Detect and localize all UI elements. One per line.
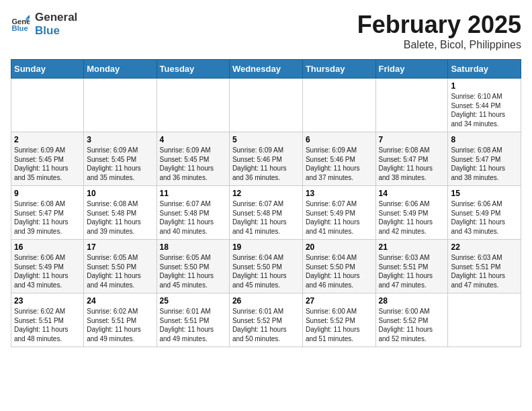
day-header-saturday: Saturday — [448, 60, 521, 79]
day-number: 1 — [451, 81, 518, 91]
day-info: Sunrise: 6:09 AMSunset: 5:46 PMDaylight:… — [306, 146, 373, 182]
day-header-wednesday: Wednesday — [229, 60, 302, 79]
calendar-cell: 20Sunrise: 6:04 AMSunset: 5:50 PMDayligh… — [302, 240, 375, 293]
day-number: 15 — [451, 189, 518, 198]
day-number: 14 — [379, 189, 445, 198]
calendar-cell: 23Sunrise: 6:02 AMSunset: 5:51 PMDayligh… — [11, 293, 84, 347]
day-info: Sunrise: 6:07 AMSunset: 5:48 PMDaylight:… — [232, 199, 300, 236]
calendar-cell: 28Sunrise: 6:00 AMSunset: 5:52 PMDayligh… — [375, 293, 448, 347]
day-info: Sunrise: 6:08 AMSunset: 5:47 PMDaylight:… — [451, 146, 518, 182]
day-info: Sunrise: 6:04 AMSunset: 5:50 PMDaylight:… — [232, 253, 300, 289]
calendar-cell: 26Sunrise: 6:01 AMSunset: 5:52 PMDayligh… — [229, 293, 302, 347]
day-number: 26 — [232, 296, 300, 306]
calendar-cell: 9Sunrise: 6:08 AMSunset: 5:47 PMDaylight… — [11, 186, 84, 240]
day-info: Sunrise: 6:05 AMSunset: 5:50 PMDaylight:… — [160, 253, 226, 289]
svg-marker-2 — [26, 15, 30, 19]
day-number: 25 — [160, 296, 226, 306]
day-number: 8 — [451, 135, 518, 144]
day-number: 11 — [160, 189, 226, 198]
day-number: 17 — [87, 242, 153, 252]
calendar-cell — [448, 293, 521, 347]
calendar-cell: 1Sunrise: 6:10 AMSunset: 5:44 PMDaylight… — [448, 79, 521, 132]
calendar-header-row: SundayMondayTuesdayWednesdayThursdayFrid… — [11, 60, 521, 79]
calendar-cell: 18Sunrise: 6:05 AMSunset: 5:50 PMDayligh… — [157, 240, 229, 293]
day-number: 24 — [87, 296, 153, 306]
logo-icon: General Blue — [11, 15, 30, 34]
calendar-cell: 19Sunrise: 6:04 AMSunset: 5:50 PMDayligh… — [229, 240, 302, 293]
day-number: 21 — [379, 242, 445, 252]
calendar-cell: 10Sunrise: 6:08 AMSunset: 5:48 PMDayligh… — [84, 186, 157, 240]
calendar-cell: 17Sunrise: 6:05 AMSunset: 5:50 PMDayligh… — [84, 240, 157, 293]
day-info: Sunrise: 6:10 AMSunset: 5:44 PMDaylight:… — [451, 92, 518, 128]
calendar-cell: 22Sunrise: 6:03 AMSunset: 5:51 PMDayligh… — [448, 240, 521, 293]
calendar-cell: 21Sunrise: 6:03 AMSunset: 5:51 PMDayligh… — [375, 240, 448, 293]
calendar-cell: 13Sunrise: 6:07 AMSunset: 5:49 PMDayligh… — [302, 186, 375, 240]
day-info: Sunrise: 6:04 AMSunset: 5:50 PMDaylight:… — [306, 253, 373, 289]
day-info: Sunrise: 6:00 AMSunset: 5:52 PMDaylight:… — [306, 307, 373, 343]
day-info: Sunrise: 6:07 AMSunset: 5:48 PMDaylight:… — [160, 199, 226, 236]
logo-line2: Blue — [35, 24, 77, 38]
calendar-week-row: 23Sunrise: 6:02 AMSunset: 5:51 PMDayligh… — [11, 293, 521, 347]
day-number: 6 — [306, 135, 373, 144]
day-header-friday: Friday — [375, 60, 448, 79]
day-number: 22 — [451, 242, 518, 252]
day-number: 5 — [232, 135, 300, 144]
svg-text:Blue: Blue — [11, 24, 28, 32]
calendar-cell: 25Sunrise: 6:01 AMSunset: 5:51 PMDayligh… — [157, 293, 229, 347]
calendar-cell: 24Sunrise: 6:02 AMSunset: 5:51 PMDayligh… — [84, 293, 157, 347]
day-number: 2 — [14, 135, 81, 144]
day-info: Sunrise: 6:08 AMSunset: 5:47 PMDaylight:… — [379, 146, 445, 182]
day-info: Sunrise: 6:03 AMSunset: 5:51 PMDaylight:… — [451, 253, 518, 289]
day-number: 19 — [232, 242, 300, 252]
calendar-week-row: 16Sunrise: 6:06 AMSunset: 5:49 PMDayligh… — [11, 240, 521, 293]
calendar-cell: 8Sunrise: 6:08 AMSunset: 5:47 PMDaylight… — [448, 132, 521, 186]
calendar-cell: 15Sunrise: 6:06 AMSunset: 5:49 PMDayligh… — [448, 186, 521, 240]
calendar-subtitle: Balete, Bicol, Philippines — [357, 39, 521, 51]
calendar-title: February 2025 — [357, 11, 521, 39]
day-number: 10 — [87, 189, 153, 198]
logo: General Blue General Blue — [11, 11, 77, 38]
day-info: Sunrise: 6:09 AMSunset: 5:45 PMDaylight:… — [14, 146, 81, 182]
day-number: 28 — [379, 296, 445, 306]
day-info: Sunrise: 6:02 AMSunset: 5:51 PMDaylight:… — [87, 307, 153, 343]
calendar-cell — [229, 79, 302, 132]
calendar-week-row: 2Sunrise: 6:09 AMSunset: 5:45 PMDaylight… — [11, 132, 521, 186]
day-number: 23 — [14, 296, 81, 306]
day-info: Sunrise: 6:07 AMSunset: 5:49 PMDaylight:… — [306, 199, 373, 236]
day-header-tuesday: Tuesday — [157, 60, 229, 79]
day-info: Sunrise: 6:09 AMSunset: 5:45 PMDaylight:… — [160, 146, 226, 182]
day-info: Sunrise: 6:06 AMSunset: 5:49 PMDaylight:… — [379, 199, 445, 236]
day-info: Sunrise: 6:09 AMSunset: 5:46 PMDaylight:… — [232, 146, 300, 182]
day-header-sunday: Sunday — [11, 60, 84, 79]
calendar-cell: 3Sunrise: 6:09 AMSunset: 5:45 PMDaylight… — [84, 132, 157, 186]
day-info: Sunrise: 6:06 AMSunset: 5:49 PMDaylight:… — [451, 199, 518, 236]
day-info: Sunrise: 6:02 AMSunset: 5:51 PMDaylight:… — [14, 307, 81, 343]
day-number: 3 — [87, 135, 153, 144]
calendar-cell: 7Sunrise: 6:08 AMSunset: 5:47 PMDaylight… — [375, 132, 448, 186]
day-info: Sunrise: 6:00 AMSunset: 5:52 PMDaylight:… — [379, 307, 445, 343]
day-info: Sunrise: 6:03 AMSunset: 5:51 PMDaylight:… — [379, 253, 445, 289]
day-number: 9 — [14, 189, 81, 198]
calendar-table: SundayMondayTuesdayWednesdayThursdayFrid… — [11, 59, 521, 347]
day-number: 20 — [306, 242, 373, 252]
calendar-cell — [157, 79, 229, 132]
calendar-week-row: 1Sunrise: 6:10 AMSunset: 5:44 PMDaylight… — [11, 79, 521, 132]
day-number: 7 — [379, 135, 445, 144]
day-info: Sunrise: 6:05 AMSunset: 5:50 PMDaylight:… — [87, 253, 153, 289]
day-number: 13 — [306, 189, 373, 198]
calendar-cell — [375, 79, 448, 132]
calendar-cell: 2Sunrise: 6:09 AMSunset: 5:45 PMDaylight… — [11, 132, 84, 186]
calendar-cell: 6Sunrise: 6:09 AMSunset: 5:46 PMDaylight… — [302, 132, 375, 186]
day-number: 12 — [232, 189, 300, 198]
calendar-cell — [84, 79, 157, 132]
day-info: Sunrise: 6:01 AMSunset: 5:52 PMDaylight:… — [232, 307, 300, 343]
calendar-cell: 27Sunrise: 6:00 AMSunset: 5:52 PMDayligh… — [302, 293, 375, 347]
calendar-cell: 12Sunrise: 6:07 AMSunset: 5:48 PMDayligh… — [229, 186, 302, 240]
calendar-cell — [302, 79, 375, 132]
day-number: 27 — [306, 296, 373, 306]
day-header-thursday: Thursday — [302, 60, 375, 79]
logo-line1: General — [35, 11, 77, 24]
day-info: Sunrise: 6:01 AMSunset: 5:51 PMDaylight:… — [160, 307, 226, 343]
calendar-cell: 16Sunrise: 6:06 AMSunset: 5:49 PMDayligh… — [11, 240, 84, 293]
page-header: General Blue General Blue February 2025 … — [11, 11, 521, 51]
